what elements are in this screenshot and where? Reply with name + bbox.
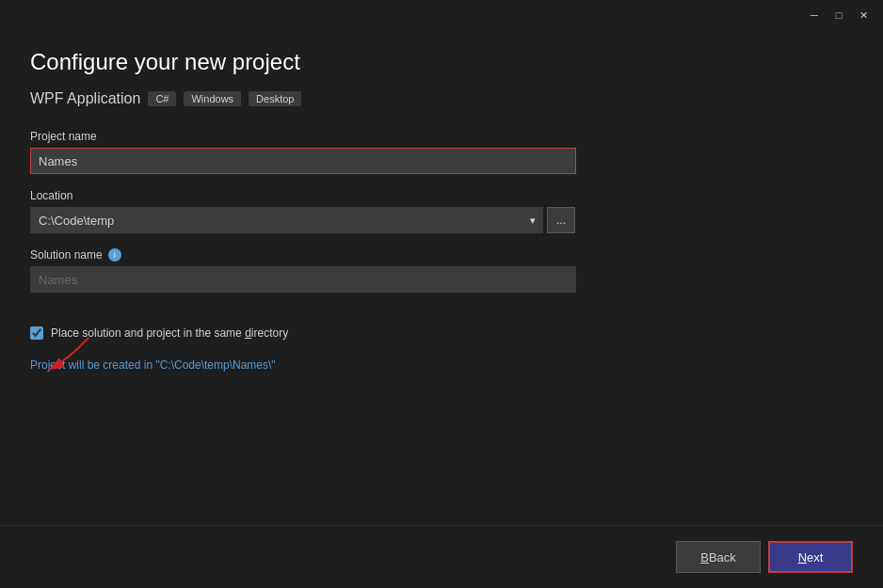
page-title: Configure your new project	[30, 49, 853, 75]
configure-project-window: ─ □ ✕ Configure your new project WPF App…	[0, 0, 883, 588]
location-group: Location C:\Code\temp ...	[30, 189, 853, 233]
next-button[interactable]: Next	[768, 541, 853, 573]
tag-desktop: Desktop	[249, 91, 301, 106]
solution-name-group: Solution name i	[30, 248, 853, 293]
maximize-button[interactable]: □	[828, 5, 849, 25]
solution-name-input[interactable]	[30, 266, 576, 293]
footer: BBack Next	[0, 525, 883, 588]
solution-label-row: Solution name i	[30, 248, 853, 262]
project-path-text: Project will be created in "C:\Code\temp…	[30, 358, 853, 372]
info-icon[interactable]: i	[108, 248, 121, 262]
project-name-label: Project name	[30, 130, 853, 143]
solution-name-label: Solution name	[30, 248, 103, 262]
checkbox-section: Place solution and project in the same d…	[30, 315, 853, 340]
title-bar: ─ □ ✕	[0, 0, 883, 30]
location-label: Location	[30, 189, 853, 202]
location-select[interactable]: C:\Code\temp	[30, 207, 543, 233]
project-name-input[interactable]	[30, 148, 576, 174]
back-button[interactable]: BBack	[676, 541, 761, 573]
checkbox-row: Place solution and project in the same d…	[30, 326, 853, 340]
tag-csharp: C#	[148, 91, 176, 106]
subtitle-row: WPF Application C# Windows Desktop	[30, 90, 853, 107]
location-row: C:\Code\temp ...	[30, 207, 853, 233]
browse-button[interactable]: ...	[547, 207, 575, 233]
arrow-annotation	[32, 330, 126, 377]
tag-windows: Windows	[184, 91, 241, 106]
title-bar-controls: ─ □ ✕	[804, 5, 874, 25]
project-name-group: Project name	[30, 130, 853, 174]
project-type-label: WPF Application	[30, 90, 140, 107]
main-content: Configure your new project WPF Applicati…	[0, 30, 883, 525]
location-dropdown-wrapper: C:\Code\temp	[30, 207, 543, 233]
close-button[interactable]: ✕	[853, 5, 874, 25]
minimize-button[interactable]: ─	[804, 5, 825, 25]
